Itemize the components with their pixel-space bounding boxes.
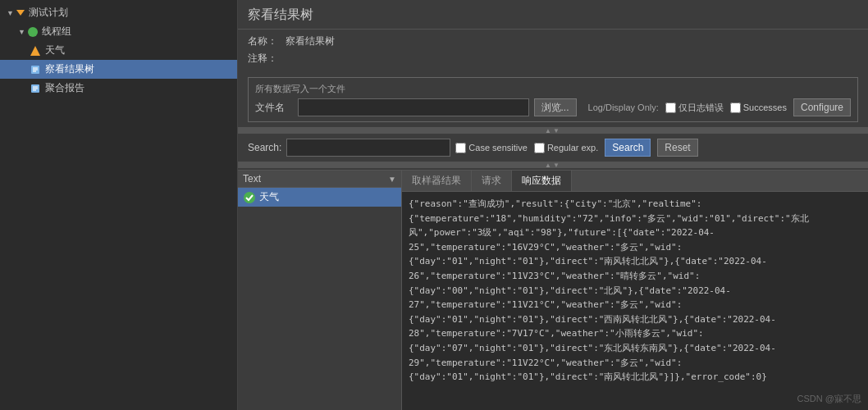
log-errors-checkbox-label[interactable]: 仅日志错误: [665, 102, 724, 114]
tab-content-response: {"reason":"查询成功","result":{"city":"北京","…: [402, 192, 868, 410]
sidebar-item-result-tree[interactable]: 察看结果树: [0, 60, 237, 79]
sidebar-item-aggregate-report[interactable]: 聚合报告: [0, 79, 237, 98]
weather-icon: [30, 45, 41, 57]
tab-bar: 取样器结果 请求 响应数据: [402, 171, 868, 192]
panel-title: 察看结果树: [238, 0, 868, 30]
expand-arrow-icon-2: ▼: [18, 28, 26, 36]
tree-panel: Text ▼ 天气: [238, 171, 402, 410]
configure-button[interactable]: Configure: [793, 98, 851, 116]
case-sensitive-text: Case sensitive: [468, 143, 528, 153]
sidebar-item-weather[interactable]: 天气: [0, 41, 237, 60]
sidebar-item-label: 测试计划: [29, 6, 68, 20]
watermark: CSDN @寐不思: [797, 393, 861, 405]
tree-content: 天气: [238, 188, 401, 410]
regular-exp-checkbox[interactable]: [534, 143, 545, 153]
tree-row[interactable]: 天气: [238, 188, 401, 207]
expand-arrow-icon: ▼: [7, 9, 15, 17]
tree-column-header: Text: [243, 173, 388, 184]
comment-label: 注释：: [248, 52, 281, 66]
log-errors-label: 仅日志错误: [678, 102, 724, 114]
regular-exp-label[interactable]: Regular exp.: [534, 143, 598, 153]
file-section: 所有数据写入一个文件 文件名 浏览... Log/Display Only: 仅…: [248, 77, 858, 122]
svg-marker-0: [30, 46, 40, 56]
search-button[interactable]: Search: [605, 139, 651, 157]
sidebar: ▼ 测试计划 ▼ 线程组 天气 察看结果树: [0, 0, 238, 410]
log-controls: Log/Display Only: 仅日志错误 Successes Config…: [588, 98, 851, 116]
sidebar-item-test-plan[interactable]: ▼ 测试计划: [0, 3, 237, 22]
tree-header: Text ▼: [238, 171, 401, 188]
tab-request[interactable]: 请求: [472, 171, 512, 191]
tab-sampler-result[interactable]: 取样器结果: [402, 171, 472, 191]
search-bar: Search: Case sensitive Regular exp. Sear…: [238, 135, 868, 160]
search-input[interactable]: [286, 139, 450, 157]
sidebar-item-label: 天气: [45, 43, 65, 57]
file-row: 文件名 浏览... Log/Display Only: 仅日志错误 Succes…: [255, 98, 851, 116]
svg-point-9: [244, 192, 255, 203]
log-display-label: Log/Display Only:: [588, 102, 659, 112]
file-name-label: 文件名: [255, 101, 288, 115]
aggregate-report-icon: [30, 83, 41, 94]
case-sensitive-checkbox[interactable]: [455, 143, 466, 153]
response-content: {"reason":"查询成功","result":{"city":"北京","…: [409, 198, 809, 382]
thread-group-icon: [28, 27, 38, 37]
tab-response-data[interactable]: 响应数据: [512, 171, 572, 191]
divider-dots-2: ▲▼: [545, 162, 561, 169]
file-section-title: 所有数据写入一个文件: [255, 83, 851, 95]
regular-exp-text: Regular exp.: [547, 143, 598, 153]
result-tree-icon: [30, 64, 41, 75]
sidebar-item-label: 线程组: [42, 25, 71, 39]
tree-sort-icon[interactable]: ▼: [388, 175, 396, 184]
successes-checkbox[interactable]: [730, 102, 741, 113]
sidebar-item-label: 聚合报告: [45, 81, 85, 95]
results-area: Text ▼ 天气 取样器结果: [238, 170, 868, 410]
main-content: 察看结果树 名称： 察看结果树 注释： 所有数据写入一个文件 文件名 浏览...…: [238, 0, 868, 410]
name-label: 名称：: [248, 34, 281, 48]
divider-bar-2[interactable]: ▲▼: [238, 162, 868, 168]
divider-bar-1[interactable]: ▲▼: [238, 127, 868, 134]
file-name-input[interactable]: [298, 98, 529, 116]
browse-button[interactable]: 浏览...: [534, 98, 577, 116]
form-section: 名称： 察看结果树 注释：: [238, 30, 868, 74]
search-label: Search:: [248, 142, 281, 153]
comment-row: 注释：: [248, 52, 858, 66]
detail-panel: 取样器结果 请求 响应数据 {"reason":"查询成功","result":…: [402, 171, 868, 410]
name-row: 名称： 察看结果树: [248, 34, 858, 48]
name-value: 察看结果树: [286, 34, 335, 48]
search-options: Case sensitive Regular exp. Search Reset: [455, 139, 697, 157]
sidebar-item-thread-group[interactable]: ▼ 线程组: [0, 22, 237, 41]
log-errors-checkbox[interactable]: [665, 102, 676, 113]
test-plan-icon: [16, 10, 25, 16]
case-sensitive-label[interactable]: Case sensitive: [455, 143, 528, 153]
successes-label: Successes: [743, 102, 787, 112]
tree-item-label: 天气: [259, 190, 279, 204]
reset-button[interactable]: Reset: [657, 139, 697, 157]
sidebar-item-label: 察看结果树: [45, 62, 94, 76]
success-icon: [243, 191, 256, 204]
divider-dots: ▲▼: [545, 127, 561, 134]
successes-checkbox-label[interactable]: Successes: [730, 102, 787, 113]
